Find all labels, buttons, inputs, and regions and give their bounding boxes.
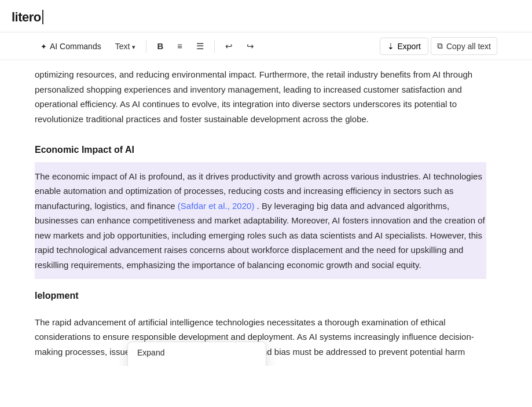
bold-icon: B [157,41,163,51]
text-format-label: Text [115,42,130,51]
export-label: Export [397,42,420,51]
toolbar-divider-2 [214,40,215,53]
section-heading-2: lelopment [35,279,486,308]
redo-button[interactable]: ↪ [241,38,260,55]
copy-all-label: Copy all text [446,42,491,51]
undo-icon: ↩ [225,41,233,52]
undo-button[interactable]: ↩ [219,38,239,55]
citation-text: (Safdar et al., 2020) [178,201,255,211]
toolbar: AI Commands Text B ≡ ☰ ↩ ↪ ⇣ Export ⧉ Co… [0,32,532,60]
highlighted-text-2: . By leveraging big data and advanced al… [35,201,485,270]
toolbar-divider-1 [146,40,146,53]
copy-icon: ⧉ [437,41,443,51]
section-heading-text: Economic Impact of AI [35,145,134,155]
list-button[interactable]: ☰ [190,38,210,55]
section-heading-2-text: lelopment [35,291,79,300]
list-icon: ☰ [196,41,204,52]
align-icon: ≡ [177,41,182,51]
sparkle-icon [41,42,47,51]
section-heading-economic: Economic Impact of AI [35,133,486,162]
export-icon: ⇣ [387,42,394,51]
expand-label: Expand [137,348,164,357]
chevron-down-icon [132,42,135,51]
ai-commands-button[interactable]: AI Commands [35,38,107,54]
paragraph-1-text: optimizing resources, and reducing envir… [35,69,472,124]
export-button[interactable]: ⇣ Export [380,38,428,55]
logo-text: litero [12,10,43,24]
copy-all-button[interactable]: ⧉ Copy all text [431,37,497,55]
logo-bar: litero [0,0,532,32]
redo-icon: ↪ [247,41,254,52]
shorten-menu-item[interactable]: Shorten [128,363,266,366]
text-dropdown-button[interactable]: Text [109,38,142,54]
ai-commands-label: AI Commands [50,42,101,51]
bold-button[interactable]: B [151,38,169,54]
citation-link[interactable]: (Safdar et al., 2020) [178,201,255,211]
context-menu: Expand Shorten Rephrase Custom AI comman… [127,342,266,366]
highlighted-paragraph: The economic impact of AI is profound, a… [35,162,486,280]
expand-menu-item[interactable]: Expand [128,342,266,363]
align-button[interactable]: ≡ [171,38,188,54]
highlighted-section: The economic impact of AI is profound, a… [35,162,486,280]
app-logo: litero [12,7,520,27]
paragraph-1: optimizing resources, and reducing envir… [35,60,486,133]
content-area: optimizing resources, and reducing envir… [0,60,521,366]
